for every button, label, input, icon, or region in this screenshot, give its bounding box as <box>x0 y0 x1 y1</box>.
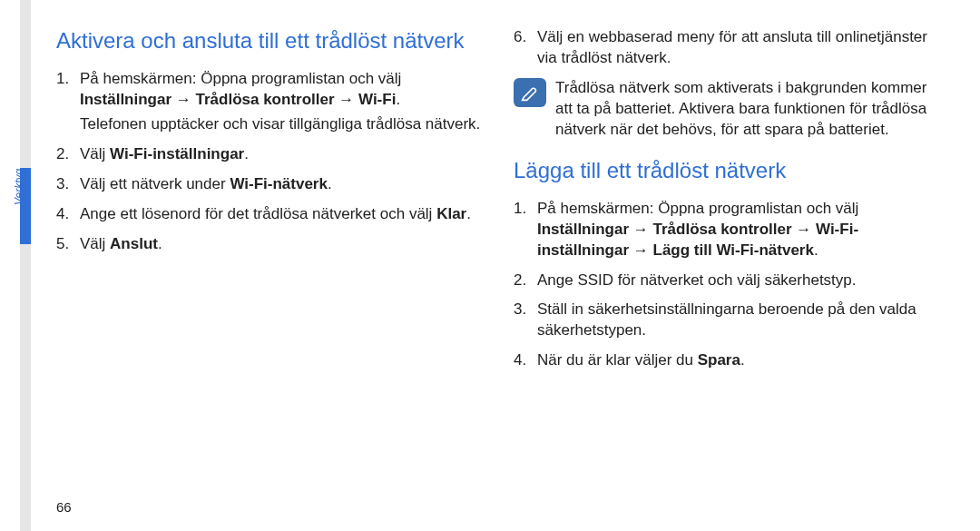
bold-text: Wi-Fi-nätverk <box>230 175 328 192</box>
side-tab-bar: Verktyg <box>0 0 34 531</box>
list-item: 3. Ställ in säkerhetsinställningarna ber… <box>514 300 944 341</box>
step-text: Ange ett lösenord för det trådlösa nätve… <box>80 204 471 225</box>
text: När du är klar väljer du <box>537 351 698 369</box>
step-number: 2. <box>56 144 80 165</box>
text: . <box>244 145 249 162</box>
side-seg-bottom <box>20 244 31 531</box>
list-item: 2. Ange SSID för nätverket och välj säke… <box>514 270 857 291</box>
text: . <box>328 175 332 192</box>
text: . <box>466 205 471 222</box>
step-number: 1. <box>514 199 537 261</box>
note-box: Trådlösa nätverk som aktiverats i bakgru… <box>514 78 944 141</box>
note-text: Trådlösa nätverk som aktiverats i bakgru… <box>555 78 944 141</box>
list-item: 6. Välj en webbaserad meny för att anslu… <box>514 27 944 69</box>
list-item: 4. När du är klar väljer du Spara. <box>514 350 745 371</box>
side-section-label: Verktyg <box>13 169 25 205</box>
heading-activate-connect: Aktivera och ansluta till ett trådlöst n… <box>56 27 486 54</box>
text: . <box>814 241 818 259</box>
step-number: 3. <box>56 174 80 195</box>
step-text: Ställ in säkerhetsinställningarna beroen… <box>537 300 944 341</box>
list-item: 1. På hemskärmen: Öppna programlistan oc… <box>514 199 944 261</box>
list-item: 1. På hemskärmen: Öppna programlistan oc… <box>56 69 486 135</box>
column-right: 6. Välj en webbaserad meny för att anslu… <box>514 27 944 380</box>
step-text: Ange SSID för nätverket och välj säkerhe… <box>537 270 857 291</box>
steps-add-network: 1. På hemskärmen: Öppna programlistan oc… <box>514 199 944 372</box>
step-text: På hemskärmen: Öppna programlistan och v… <box>537 199 944 261</box>
steps-activate-connect: 1. På hemskärmen: Öppna programlistan oc… <box>56 69 486 255</box>
step-number: 2. <box>514 270 537 291</box>
list-item: 4. Ange ett lösenord för det trådlösa nä… <box>56 204 471 225</box>
step-number: 5. <box>56 234 80 255</box>
page-number: 66 <box>56 499 72 515</box>
side-seg-top <box>20 0 31 168</box>
step-text: Välj ett nätverk under Wi-Fi-nätverk. <box>80 174 332 195</box>
list-item: 2. Välj Wi-Fi-inställningar. <box>56 144 249 165</box>
text: . <box>396 91 400 108</box>
steps-activate-connect-continued: 6. Välj en webbaserad meny för att anslu… <box>514 27 944 69</box>
bold-text: Spara <box>698 351 740 369</box>
text: Välj en webbaserad meny för att ansluta … <box>537 28 927 66</box>
bold-text: Inställningar → Trådlösa kontroller → Wi… <box>537 221 858 259</box>
step-text: När du är klar väljer du Spara. <box>537 350 745 371</box>
list-item: 3. Välj ett nätverk under Wi-Fi-nätverk. <box>56 174 332 195</box>
step-number: 4. <box>514 350 537 371</box>
text: Ange SSID för nätverket och välj säkerhe… <box>537 271 857 289</box>
step-number: 4. <box>56 204 80 225</box>
text: Välj ett nätverk under <box>80 175 230 192</box>
list-item: 5. Välj Anslut. <box>56 234 162 255</box>
text: Välj <box>80 235 110 252</box>
page-content: Aktivera och ansluta till ett trådlöst n… <box>56 27 944 380</box>
step-number: 6. <box>514 27 537 69</box>
step-number: 3. <box>514 300 537 341</box>
text: På hemskärmen: Öppna programlistan och v… <box>80 70 401 87</box>
step-subtext: Telefonen upptäcker och visar tillgängli… <box>80 114 486 135</box>
bold-text: Anslut <box>110 235 158 252</box>
text: På hemskärmen: Öppna programlistan och v… <box>537 200 858 217</box>
bold-text: Klar <box>436 205 466 222</box>
text: Ställ in säkerhetsinställningarna beroen… <box>537 300 916 339</box>
step-text: På hemskärmen: Öppna programlistan och v… <box>80 69 486 135</box>
text: . <box>158 235 162 252</box>
step-text: Välj Anslut. <box>80 234 162 255</box>
column-left: Aktivera och ansluta till ett trådlöst n… <box>56 27 486 380</box>
text: Ange ett lösenord för det trådlösa nätve… <box>80 205 436 222</box>
bold-text: Inställningar → Trådlösa kontroller → Wi… <box>80 91 396 108</box>
heading-add-network: Lägga till ett trådlöst nätverk <box>514 157 944 184</box>
bold-text: Wi-Fi-inställningar <box>110 145 244 162</box>
step-number: 1. <box>56 69 80 135</box>
text: . <box>740 351 745 369</box>
step-text: Välj Wi-Fi-inställningar. <box>80 144 249 165</box>
note-icon <box>514 78 546 107</box>
step-text: Välj en webbaserad meny för att ansluta … <box>537 27 944 69</box>
text: Välj <box>80 145 110 162</box>
